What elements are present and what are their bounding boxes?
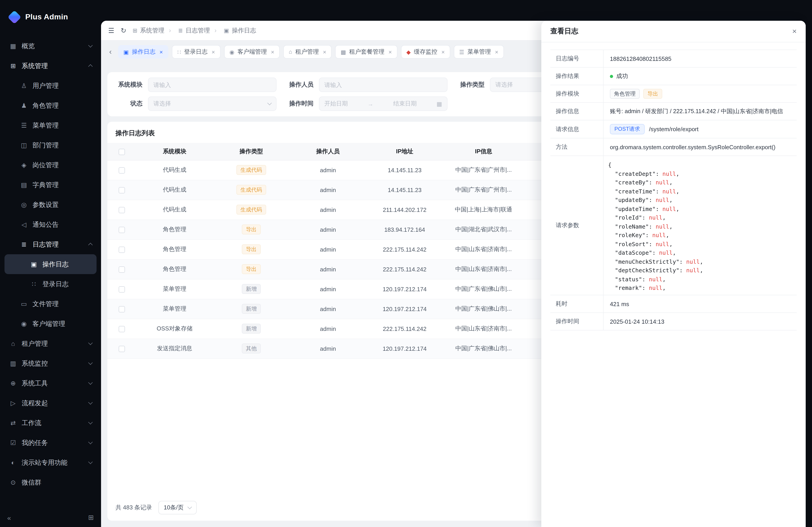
sidebar-item[interactable]: 部门管理 xyxy=(4,135,97,155)
request-params-code[interactable]: { "createDept": null, "createBy": null, … xyxy=(607,159,796,292)
collapse-sidebar-icon[interactable]: « xyxy=(7,514,11,521)
tab-label: 菜单管理 xyxy=(467,48,491,56)
operation-type-tag: 导出 xyxy=(242,225,261,235)
row-checkbox[interactable] xyxy=(119,167,125,174)
total-records: 共 483 条记录 xyxy=(115,503,152,512)
filter-status-select[interactable]: 请选择 xyxy=(148,96,277,111)
sidebar-item[interactable]: 岗位管理 xyxy=(4,155,97,175)
row-checkbox[interactable] xyxy=(119,246,125,253)
sidebar-item[interactable]: 用户管理 xyxy=(4,76,97,95)
sidebar-item[interactable]: 通知公告 xyxy=(4,215,97,235)
tab[interactable]: 菜单管理 xyxy=(454,45,504,59)
sidebar-item[interactable]: 登录日志 xyxy=(4,274,97,294)
code-line: "deptCheckStrictly": null, xyxy=(608,266,793,275)
sidebar-item[interactable]: 日志管理 xyxy=(4,235,97,254)
cell-module: 菜单管理 xyxy=(136,279,213,299)
detail-row-request: 请求信息 POST请求 /system/role/export xyxy=(550,120,797,138)
page-size-select[interactable]: 10条/页 xyxy=(158,501,197,514)
filter-time-range[interactable]: 开始日期 → 结束日期 ▦ xyxy=(319,96,448,111)
tab-label: 租户套餐管理 xyxy=(349,48,385,56)
sidebar-item[interactable]: 参数设置 xyxy=(4,195,97,215)
chevron-icon xyxy=(88,420,93,424)
operation-type-tag: 导出 xyxy=(242,244,261,254)
close-icon[interactable]: × xyxy=(792,27,797,36)
tab-close-icon[interactable] xyxy=(159,48,163,55)
tab[interactable]: 缓存监控 xyxy=(401,45,450,59)
breadcrumb-label: 操作日志 xyxy=(232,26,256,34)
tab-close-icon[interactable] xyxy=(323,48,326,55)
tab[interactable]: 登录日志 xyxy=(172,45,220,59)
cell-ipinfo: 中国|上海|上海市|联通 xyxy=(443,200,524,220)
row-checkbox[interactable] xyxy=(119,326,125,332)
sidebar-item[interactable]: 流程发起 xyxy=(4,393,97,413)
sidebar-item[interactable]: 菜单管理 xyxy=(4,116,97,135)
row-checkbox[interactable] xyxy=(119,306,125,312)
row-checkbox[interactable] xyxy=(119,187,125,193)
tab-icon xyxy=(124,48,129,55)
sidebar-item-icon xyxy=(20,320,28,327)
tab-close-icon[interactable] xyxy=(495,48,498,55)
chevron-down-icon xyxy=(187,505,192,509)
sidebar-item[interactable]: 系统工具 xyxy=(4,373,97,393)
sidebar-item[interactable]: 操作日志 xyxy=(4,254,97,274)
cell-operator: admin xyxy=(290,259,366,279)
tab[interactable]: 租户管理 xyxy=(283,45,332,59)
chevron-icon xyxy=(88,43,93,48)
sidebar-item-label: 微信群 xyxy=(21,478,92,487)
sidebar-item-label: 系统工具 xyxy=(21,379,84,388)
cell-operator: admin xyxy=(290,180,366,200)
row-checkbox[interactable] xyxy=(119,267,125,273)
cell-module: 角色管理 xyxy=(136,220,213,239)
sidebar-item[interactable]: 角色管理 xyxy=(4,95,97,116)
sidebar-item-icon xyxy=(9,419,17,426)
app-logo[interactable]: Plus Admin xyxy=(0,0,101,30)
filter-operator-input[interactable] xyxy=(319,77,448,92)
cell-ipinfo: 中国|广东省|广州市|... xyxy=(443,160,524,180)
sidebar-item[interactable]: 系统监控 xyxy=(4,353,97,373)
breadcrumb-item[interactable]: 日志管理 xyxy=(164,26,210,34)
tab[interactable]: 租户套餐管理 xyxy=(335,45,397,59)
refresh-icon[interactable]: ↻ xyxy=(121,26,126,34)
cell-module: 发送指定消息 xyxy=(136,338,213,358)
cell-ipinfo: 中国|湖北省|武汉市|... xyxy=(443,220,524,239)
code-line: "roleSort": null, xyxy=(608,240,793,249)
sidebar-item[interactable]: 工作流 xyxy=(4,413,97,433)
detail-row-result: 操作结果 成功 xyxy=(550,67,797,85)
tab[interactable]: 客户端管理 xyxy=(224,45,280,59)
row-checkbox[interactable] xyxy=(119,346,125,352)
tab-close-icon[interactable] xyxy=(441,48,445,55)
row-checkbox[interactable] xyxy=(119,227,125,233)
shortcut-icon[interactable]: ⊞ xyxy=(88,513,94,522)
sidebar-item[interactable]: 系统管理 xyxy=(4,56,97,76)
sidebar-item-label: 用户管理 xyxy=(32,81,92,90)
cell-module: 角色管理 xyxy=(136,259,213,279)
chevron-icon xyxy=(88,64,93,69)
detail-row-duration: 耗时 421 ms xyxy=(550,295,797,313)
tabs-scroll-left-icon[interactable]: ‹ xyxy=(106,47,114,56)
breadcrumb-item[interactable]: 系统管理 xyxy=(133,26,164,34)
tab-close-icon[interactable] xyxy=(271,48,274,55)
sidebar-item[interactable]: 文件管理 xyxy=(4,294,97,314)
sidebar-item[interactable]: 租户管理 xyxy=(4,334,97,353)
sidebar-item[interactable]: 微信群 xyxy=(4,472,97,492)
sidebar-item[interactable]: 概览 xyxy=(4,36,97,56)
select-all-checkbox[interactable] xyxy=(119,149,125,155)
sidebar-item-label: 参数设置 xyxy=(32,200,92,209)
row-checkbox[interactable] xyxy=(119,207,125,213)
sidebar-item[interactable]: 客户端管理 xyxy=(4,314,97,334)
filter-module-input[interactable] xyxy=(148,77,277,92)
code-line: "menuCheckStrictly": null, xyxy=(608,257,793,266)
breadcrumb-item[interactable]: 操作日志 xyxy=(210,26,256,34)
logo-icon xyxy=(8,10,21,24)
hamburger-icon[interactable]: ☰ xyxy=(108,26,114,34)
sidebar-item[interactable]: 演示站专用功能 xyxy=(4,453,97,472)
post-method-tag: POST请求 xyxy=(610,124,644,134)
sidebar-item[interactable]: 字典管理 xyxy=(4,175,97,195)
tab-close-icon[interactable] xyxy=(212,48,215,55)
sidebar-item[interactable]: 我的任务 xyxy=(4,433,97,453)
tab[interactable]: 操作日志 xyxy=(118,45,168,59)
chevron-icon xyxy=(88,460,93,464)
row-checkbox[interactable] xyxy=(119,286,125,292)
tab-close-icon[interactable] xyxy=(388,48,392,55)
cell-ip: 120.197.212.174 xyxy=(366,338,443,358)
